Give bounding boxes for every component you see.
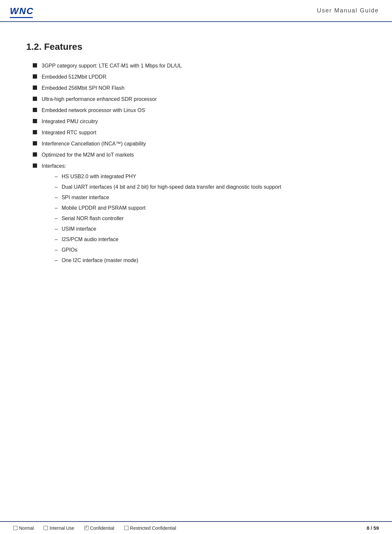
list-item-text: Interference Cancellation (INCA™) capabi… (42, 140, 146, 148)
bullet-icon (33, 86, 37, 90)
sub-list-item: – Mobile LPDDR and PSRAM support (55, 204, 281, 212)
list-item: Integrated RTC support (33, 129, 366, 137)
list-item: Optimized for the M2M and IoT markets (33, 151, 366, 159)
list-item: Interference Cancellation (INCA™) capabi… (33, 140, 366, 148)
bullet-icon (33, 74, 37, 79)
dash-icon: – (55, 183, 58, 191)
logo-underline (10, 17, 33, 18)
internal-use-checkbox (44, 526, 48, 530)
page-number: 8 / 59 (366, 525, 379, 531)
list-item-text: Interfaces: (42, 163, 66, 169)
list-item-text: Ultra-high performance enhanced SDR proc… (42, 95, 157, 103)
bullet-icon (33, 141, 37, 145)
list-item-text: Integrated RTC support (42, 129, 96, 137)
page-header: WNC User Manual Guide (0, 0, 392, 22)
sub-list-item-text: GPIOs (62, 246, 77, 254)
interfaces-sublist: – HS USB2.0 with integrated PHY – Dual U… (42, 173, 281, 264)
list-item: Integrated PMU circuitry (33, 118, 366, 125)
logo-area: WNC (10, 6, 34, 18)
confidential-checkbox (84, 526, 88, 530)
sub-list-item: – USIM interface (55, 225, 281, 233)
sub-list-item-text: Dual UART interfaces (4 bit and 2 bit) f… (62, 183, 281, 191)
sub-list-item: – HS USB2.0 with integrated PHY (55, 173, 281, 181)
dash-icon: – (55, 257, 58, 264)
main-content: 1.2. Features 3GPP category support: LTE… (0, 22, 392, 283)
normal-checkbox-item: Normal (13, 525, 34, 531)
sub-list-item: – Serial NOR flash controller (55, 215, 281, 222)
restricted-confidential-checkbox-item: Restricted Confidential (124, 525, 176, 531)
dash-icon: – (55, 236, 58, 243)
sub-list-item-text: Serial NOR flash controller (62, 215, 124, 222)
sub-list-item: – SPI master interface (55, 194, 281, 201)
features-list: 3GPP category support: LTE CAT-M1 with 1… (26, 62, 366, 267)
list-item: 3GPP category support: LTE CAT-M1 with 1… (33, 62, 366, 70)
list-item-interfaces: Interfaces: – HS USB2.0 with integrated … (33, 162, 366, 267)
sub-list-item-text: SPI master interface (62, 194, 109, 201)
list-item: Ultra-high performance enhanced SDR proc… (33, 95, 366, 103)
internal-use-label: Internal Use (49, 525, 74, 531)
logo: WNC (10, 6, 34, 16)
list-item-text: Optimized for the M2M and IoT markets (42, 151, 134, 159)
confidential-label: Confidential (90, 525, 114, 531)
internal-use-checkbox-item: Internal Use (44, 525, 74, 531)
list-item: Embedded 512Mbit LPDDR (33, 73, 366, 81)
bullet-icon (33, 152, 37, 157)
dash-icon: – (55, 194, 58, 201)
normal-checkbox (13, 526, 17, 530)
list-item: Embedded 256Mbit SPI NOR Flash (33, 84, 366, 92)
sub-list-item: – I2S/PCM audio interface (55, 236, 281, 243)
dash-icon: – (55, 215, 58, 222)
list-item-text: Integrated PMU circuitry (42, 118, 98, 125)
bullet-icon (33, 63, 37, 67)
sub-list-item: – One I2C interface (master mode) (55, 257, 281, 264)
confidential-checkbox-item: Confidential (84, 525, 114, 531)
sub-list-item-text: USIM interface (62, 225, 96, 233)
sub-list-item: – GPIOs (55, 246, 281, 254)
list-item-text: Embedded network processor with Linux OS (42, 106, 145, 114)
dash-icon: – (55, 204, 58, 212)
bullet-icon (33, 163, 37, 168)
list-item: Embedded network processor with Linux OS (33, 106, 366, 114)
document-title: User Manual Guide (317, 6, 379, 14)
bullet-icon (33, 97, 37, 101)
page-footer: Normal Internal Use Confidential Restric… (0, 521, 392, 534)
bullet-icon (33, 119, 37, 123)
bullet-icon (33, 130, 37, 134)
classification-checkboxes: Normal Internal Use Confidential Restric… (13, 525, 176, 531)
dash-icon: – (55, 246, 58, 254)
list-item-text: 3GPP category support: LTE CAT-M1 with 1… (42, 62, 182, 70)
bullet-icon (33, 108, 37, 112)
section-heading: 1.2. Features (26, 42, 366, 52)
sub-list-item-text: One I2C interface (master mode) (62, 257, 138, 264)
restricted-confidential-label: Restricted Confidential (130, 525, 176, 531)
sub-list-item: – Dual UART interfaces (4 bit and 2 bit)… (55, 183, 281, 191)
list-item-text: Embedded 512Mbit LPDDR (42, 73, 106, 81)
list-item-text: Embedded 256Mbit SPI NOR Flash (42, 84, 125, 92)
dash-icon: – (55, 173, 58, 181)
normal-label: Normal (19, 525, 34, 531)
sub-list-item-text: HS USB2.0 with integrated PHY (62, 173, 136, 181)
sub-list-item-text: Mobile LPDDR and PSRAM support (62, 204, 146, 212)
dash-icon: – (55, 225, 58, 233)
sub-list-item-text: I2S/PCM audio interface (62, 236, 118, 243)
restricted-confidential-checkbox (124, 526, 128, 530)
